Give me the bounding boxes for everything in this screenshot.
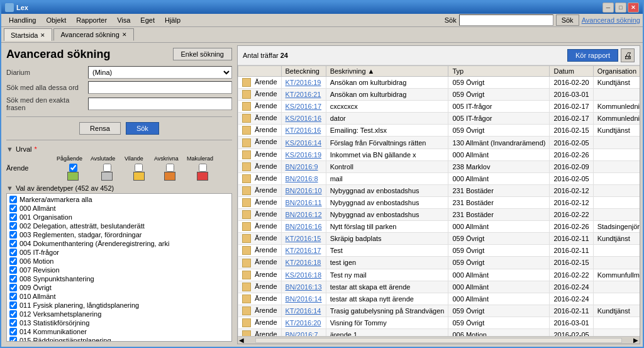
cell-beskrivning-0: Ansökan om kulturbidrag xyxy=(326,77,448,89)
beteckning-link-3[interactable]: KS/2016:16 xyxy=(286,115,322,122)
cell-trff-20: Ärende xyxy=(238,317,282,328)
beteckning-link-15[interactable]: KT/2016:18 xyxy=(286,259,321,266)
tab-startsida[interactable]: Startsida ✕ xyxy=(4,28,52,41)
beteckning-link-12[interactable]: BN/2016:16 xyxy=(286,223,322,230)
beteckning-link-21[interactable]: BN/2016:7 xyxy=(286,331,318,336)
aretyp-cb-14[interactable] xyxy=(9,328,17,335)
aretyp-cb-13[interactable] xyxy=(9,319,17,327)
cell-beskrivning-9: Nybyggnad av enbostadshus xyxy=(326,184,448,196)
beteckning-link-6[interactable]: KS/2016:19 xyxy=(286,151,322,159)
cell-trff-14: Ärende xyxy=(238,245,282,257)
aretyp-cb-11[interactable] xyxy=(9,301,17,309)
beteckning-link-14[interactable]: KT/2016:17 xyxy=(286,247,321,254)
cell-typ-14: 059 Övrigt xyxy=(448,245,550,257)
cb-avslutade[interactable] xyxy=(103,164,111,172)
beteckning-link-9[interactable]: BN/2016:10 xyxy=(286,187,322,194)
beteckning-link-1[interactable]: KT/2016:21 xyxy=(286,91,321,98)
diarium-select[interactable]: (Mina) xyxy=(88,66,232,79)
cell-datum-12: 2016-02-26 xyxy=(550,221,593,233)
aretyp-cb-6[interactable] xyxy=(9,257,17,265)
beteckning-link-17[interactable]: BN/2016:13 xyxy=(286,283,322,291)
beteckning-link-4[interactable]: KT/2016:16 xyxy=(286,126,321,134)
aretyp-cb-4[interactable] xyxy=(9,240,17,247)
sok-alla-input[interactable] xyxy=(88,81,232,94)
aretyp-cb-10[interactable] xyxy=(9,293,17,300)
aretyp-cb-0[interactable] xyxy=(9,205,17,212)
aretyp-cb-5[interactable] xyxy=(9,249,17,256)
beteckning-link-10[interactable]: BN/2016:11 xyxy=(286,199,322,206)
cell-trff-16: Ärende xyxy=(238,269,282,281)
sok-exakt-input[interactable] xyxy=(88,98,232,110)
beteckning-link-8[interactable]: BN/2016:8 xyxy=(286,175,318,182)
type-icon-21 xyxy=(242,330,251,336)
beteckning-link-0[interactable]: KT/2016:19 xyxy=(286,79,321,86)
results-table-container[interactable]: Beteckning Beskrivning ▲ Typ Datum Organ… xyxy=(238,65,640,336)
col-beteckning[interactable]: Beteckning xyxy=(281,66,326,77)
run-report-button[interactable]: Kör rapport xyxy=(567,49,618,62)
sök-button[interactable]: Sök xyxy=(126,122,159,135)
menu-rapporter[interactable]: Rapporter xyxy=(71,15,112,25)
aretyp-cb-2[interactable] xyxy=(9,222,17,230)
arendetyper-expand-icon[interactable]: ▼ xyxy=(6,184,13,192)
aretyp-cb-15[interactable] xyxy=(9,337,17,342)
scroll-left-btn[interactable]: ◀ xyxy=(238,337,245,344)
col-beskrivning[interactable]: Beskrivning ▲ xyxy=(326,66,448,77)
beteckning-link-2[interactable]: KS/2016:17 xyxy=(286,103,322,110)
cell-datum-9: 2016-02-12 xyxy=(550,184,593,196)
menu-hjälp[interactable]: Hjälp xyxy=(160,15,186,25)
beteckning-link-13[interactable]: KT/2016:15 xyxy=(286,235,321,242)
aretyp-label-0: 000 Allmänt xyxy=(19,205,55,212)
aretyp-cb-12[interactable] xyxy=(9,310,17,318)
aretyp-cb-8[interactable] xyxy=(9,275,17,283)
beteckning-link-16[interactable]: KS/2016:18 xyxy=(286,271,322,279)
rensa-button[interactable]: Rensa xyxy=(79,122,121,135)
aretyp-label-6: 006 Motion xyxy=(19,257,53,265)
scroll-right-btn[interactable]: ▶ xyxy=(632,337,640,344)
scroll-track[interactable] xyxy=(255,338,622,343)
minimize-button[interactable]: ─ xyxy=(602,3,614,13)
col-typ[interactable]: Typ xyxy=(448,66,550,77)
cb-avskrivna[interactable] xyxy=(166,164,174,172)
urval-expand-icon[interactable]: ▼ xyxy=(6,145,13,153)
menu-eget[interactable]: Eget xyxy=(135,15,160,25)
table-row: Ärende BN/2016:16 Nytt förslag till park… xyxy=(238,221,640,233)
print-button[interactable]: 🖨 xyxy=(621,48,635,62)
aretyp-cb-9[interactable] xyxy=(9,284,17,291)
tab-startsida-close[interactable]: ✕ xyxy=(40,32,45,38)
col-organisation[interactable]: Organisation xyxy=(593,66,640,77)
beteckning-link-5[interactable]: KS/2016:14 xyxy=(286,139,322,147)
aretyp-item-7: 007 Revision xyxy=(8,266,230,274)
aretyp-label-13: 013 Statistikförsörjning xyxy=(19,319,89,327)
search-input[interactable] xyxy=(459,14,553,26)
avskrivna-icon xyxy=(164,172,175,181)
cb-vilande[interactable] xyxy=(135,164,143,172)
aretyp-cb-1[interactable] xyxy=(9,213,17,221)
aretyp-cb-7[interactable] xyxy=(9,266,17,274)
tab-avancerad-close[interactable]: ✕ xyxy=(122,31,127,38)
beteckning-link-20[interactable]: KT/2016:20 xyxy=(286,319,321,327)
markera-all-checkbox[interactable] xyxy=(9,196,17,203)
tab-avancerad-sokning[interactable]: Avancerad sökning ✕ xyxy=(53,28,133,41)
cb-makulerad[interactable] xyxy=(199,164,207,172)
close-button[interactable]: ✕ xyxy=(628,3,639,13)
col-datum[interactable]: Datum xyxy=(550,66,593,77)
cell-typ-18: 000 Allmänt xyxy=(448,293,550,305)
bottom-scrollbar[interactable]: ◀ ▶ xyxy=(238,336,640,344)
aretyp-cb-3[interactable] xyxy=(9,231,17,239)
advanced-search-link[interactable]: Avancerad sökning xyxy=(582,16,640,24)
beteckning-link-7[interactable]: BN/2016:9 xyxy=(286,163,318,171)
toolbar: Startsida ✕ Avancerad sökning ✕ xyxy=(1,27,643,43)
menu-handling[interactable]: Handling xyxy=(4,15,41,25)
restore-button[interactable]: □ xyxy=(615,3,626,13)
menu-visa[interactable]: Visa xyxy=(112,15,135,25)
cb-pagaende[interactable] xyxy=(69,164,77,172)
beteckning-link-18[interactable]: BN/2016:14 xyxy=(286,295,322,303)
simple-search-button[interactable]: Enkel sökning xyxy=(173,48,233,60)
beteckning-link-19[interactable]: KT/2016:14 xyxy=(286,307,321,315)
search-button[interactable]: Sök xyxy=(556,14,579,26)
col-trff[interactable] xyxy=(238,66,282,77)
cell-org-14 xyxy=(593,245,640,257)
beteckning-link-11[interactable]: BN/2016:12 xyxy=(286,211,322,218)
menu-objekt[interactable]: Objekt xyxy=(41,15,71,25)
cell-beskrivning-10: Nybyggnad av enbostadshus xyxy=(326,196,448,208)
